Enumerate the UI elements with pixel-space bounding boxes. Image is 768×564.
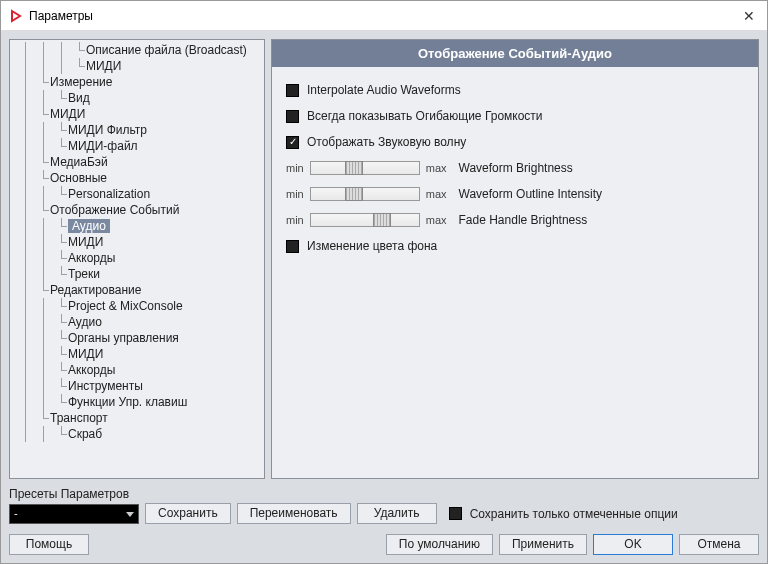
- max-label: max: [426, 162, 447, 174]
- tree-item[interactable]: МИДИ Фильтр: [14, 122, 260, 138]
- preset-rename-button[interactable]: Переименовать: [237, 503, 351, 524]
- tree-item[interactable]: Project & MixConsole: [14, 298, 260, 314]
- defaults-button[interactable]: По умолчанию: [386, 534, 493, 555]
- waveform-brightness-slider[interactable]: [310, 161, 420, 175]
- tree-item[interactable]: Описание файла (Broadcast): [14, 42, 260, 58]
- tree-item[interactable]: Треки: [14, 266, 260, 282]
- titlebar: Параметры ✕: [1, 1, 767, 31]
- preset-row: Пресеты Параметров - Сохранить Переимено…: [9, 487, 759, 524]
- tree-item-label: Измерение: [50, 75, 112, 89]
- min-label: min: [286, 162, 304, 174]
- tree-item[interactable]: Отображение Событий: [14, 202, 260, 218]
- max-label: max: [426, 214, 447, 226]
- settings-panel: Отображение Событий-Аудио Interpolate Au…: [271, 39, 759, 479]
- tree-item[interactable]: Аудио: [14, 314, 260, 330]
- help-button[interactable]: Помощь: [9, 534, 89, 555]
- background-color-checkbox[interactable]: [286, 240, 299, 253]
- tree-item-label: МИДИ: [68, 347, 103, 361]
- window-title: Параметры: [29, 9, 719, 23]
- waveform-outline-slider[interactable]: [310, 187, 420, 201]
- footer: Помощь По умолчанию Применить OK Отмена: [9, 534, 759, 555]
- min-label: min: [286, 188, 304, 200]
- tree-item-label: МИДИ-файл: [68, 139, 138, 153]
- tree-item[interactable]: Инструменты: [14, 378, 260, 394]
- fade-handle-slider[interactable]: [310, 213, 420, 227]
- tree-item[interactable]: МедиаБэй: [14, 154, 260, 170]
- fade-handle-label: Fade Handle Brightness: [459, 213, 588, 227]
- tree-item-label: Аккорды: [68, 251, 115, 265]
- save-marked-only-checkbox[interactable]: [449, 507, 462, 520]
- preset-delete-button[interactable]: Удалить: [357, 503, 437, 524]
- tree-item-label: Отображение Событий: [50, 203, 179, 217]
- tree-item-label: Personalization: [68, 187, 150, 201]
- tree-item[interactable]: МИДИ: [14, 58, 260, 74]
- tree-item-label: МИДИ: [86, 59, 121, 73]
- app-icon: [9, 9, 23, 23]
- cancel-button[interactable]: Отмена: [679, 534, 759, 555]
- always-show-envelopes-checkbox[interactable]: [286, 110, 299, 123]
- tree-item-label: Инструменты: [68, 379, 143, 393]
- waveform-outline-label: Waveform Outline Intensity: [459, 187, 603, 201]
- save-marked-only-label: Сохранить только отмеченные опции: [470, 507, 678, 521]
- tree-item-label: МИДИ Фильтр: [68, 123, 147, 137]
- background-color-label: Изменение цвета фона: [307, 239, 437, 253]
- panel-title: Отображение Событий-Аудио: [272, 40, 758, 67]
- waveform-brightness-label: Waveform Brightness: [459, 161, 573, 175]
- tree-item[interactable]: Редактирование: [14, 282, 260, 298]
- tree-item-label: МИДИ: [68, 235, 103, 249]
- tree-item-label: Описание файла (Broadcast): [86, 43, 247, 57]
- tree-item[interactable]: Измерение: [14, 74, 260, 90]
- tree-item[interactable]: МИДИ-файл: [14, 138, 260, 154]
- min-label: min: [286, 214, 304, 226]
- tree-item-label: Вид: [68, 91, 90, 105]
- tree-item[interactable]: Транспорт: [14, 410, 260, 426]
- tree-item[interactable]: Скраб: [14, 426, 260, 442]
- tree-item-label: МедиаБэй: [50, 155, 108, 169]
- tree-item-label: МИДИ: [50, 107, 85, 121]
- close-icon[interactable]: ✕: [719, 8, 759, 24]
- always-show-envelopes-label: Всегда показывать Огибающие Громкости: [307, 109, 543, 123]
- max-label: max: [426, 188, 447, 200]
- tree-item-label: Органы управления: [68, 331, 179, 345]
- tree-item-label: Редактирование: [50, 283, 141, 297]
- preset-selected: -: [10, 505, 138, 521]
- apply-button[interactable]: Применить: [499, 534, 587, 555]
- dialog-body: Описание файла (Broadcast)МИДИИзмерениеВ…: [1, 31, 767, 563]
- tree-item[interactable]: Personalization: [14, 186, 260, 202]
- ok-button[interactable]: OK: [593, 534, 673, 555]
- tree-item-label: Функции Упр. клавиш: [68, 395, 187, 409]
- preset-label: Пресеты Параметров: [9, 487, 759, 501]
- show-waveform-label: Отображать Звуковую волну: [307, 135, 466, 149]
- tree-item[interactable]: Органы управления: [14, 330, 260, 346]
- tree-item[interactable]: Функции Упр. клавиш: [14, 394, 260, 410]
- tree-item[interactable]: Аудио: [14, 218, 260, 234]
- interpolate-label: Interpolate Audio Waveforms: [307, 83, 461, 97]
- tree-item-label: Project & MixConsole: [68, 299, 183, 313]
- tree-item-label: Аккорды: [68, 363, 115, 377]
- tree-item-label: Скраб: [68, 427, 102, 441]
- tree-item-label: Аудио: [68, 219, 110, 233]
- tree-item[interactable]: Основные: [14, 170, 260, 186]
- show-waveform-checkbox[interactable]: [286, 136, 299, 149]
- tree-item[interactable]: Аккорды: [14, 362, 260, 378]
- tree-item[interactable]: МИДИ: [14, 106, 260, 122]
- tree-item[interactable]: МИДИ: [14, 346, 260, 362]
- tree-item[interactable]: Вид: [14, 90, 260, 106]
- tree-item[interactable]: МИДИ: [14, 234, 260, 250]
- tree-item-label: Основные: [50, 171, 107, 185]
- preset-save-button[interactable]: Сохранить: [145, 503, 231, 524]
- tree-item-label: Транспорт: [50, 411, 108, 425]
- category-tree[interactable]: Описание файла (Broadcast)МИДИИзмерениеВ…: [9, 39, 265, 479]
- tree-item-label: Треки: [68, 267, 100, 281]
- tree-item-label: Аудио: [68, 315, 102, 329]
- preset-select[interactable]: -: [9, 504, 139, 524]
- tree-item[interactable]: Аккорды: [14, 250, 260, 266]
- interpolate-checkbox[interactable]: [286, 84, 299, 97]
